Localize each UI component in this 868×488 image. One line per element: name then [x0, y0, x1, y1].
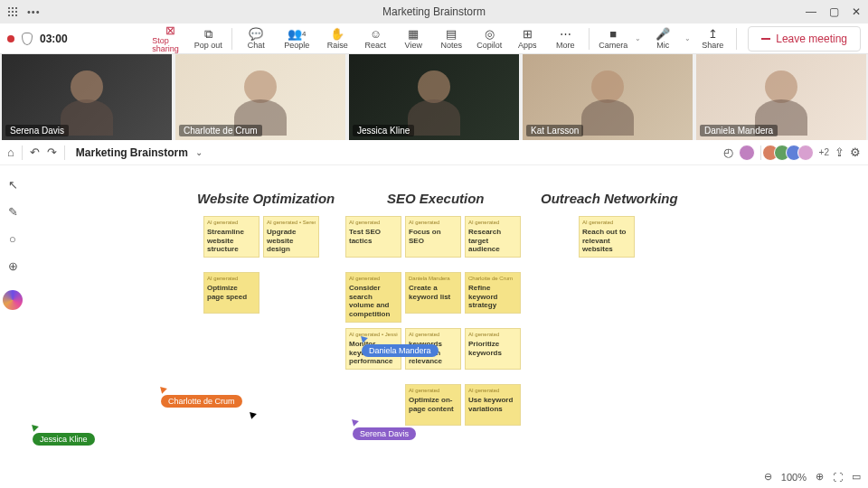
sticky-note[interactable]: Charlotte de CrumRefine keyword strategy [465, 272, 521, 314]
video-tile[interactable]: Serena Davis [2, 54, 172, 140]
collaborator-cursor: Daniela Mandera [362, 335, 439, 357]
video-tile[interactable]: Kat Larsson [523, 54, 693, 140]
sticky-note[interactable]: AI generatedOptimize page speed [203, 272, 259, 314]
maximize-icon[interactable]: ▢ [829, 5, 839, 18]
copilot-button[interactable]: ◎Copilot [471, 23, 507, 54]
avatar-overflow[interactable]: +2 [819, 147, 829, 157]
participant-name: Jessica Kline [353, 125, 414, 136]
sticky-note[interactable]: AI generatedTest SEO tactics [345, 216, 401, 258]
apps-button[interactable]: ⊞Apps [509, 23, 545, 54]
app-grid-icon[interactable] [7, 6, 18, 17]
title-chevron-icon[interactable]: ⌄ [195, 147, 203, 157]
participant-name: Kat Larsson [526, 125, 583, 136]
sticky-note[interactable]: AI generatedUse keyword variations [465, 384, 521, 426]
camera-button[interactable]: ■Camera [595, 23, 631, 54]
camera-chevron-icon[interactable]: ⌄ [633, 34, 643, 42]
react-button[interactable]: ☺React [357, 23, 393, 54]
view-button[interactable]: ▦View [395, 23, 431, 54]
minimize-icon[interactable]: — [806, 5, 816, 18]
home-icon[interactable]: ⌂ [7, 145, 14, 159]
whiteboard-title: Marketing Brainstorm [76, 146, 188, 159]
zoom-out-icon[interactable]: ⊖ [764, 471, 772, 483]
column-header: Outreach Networking [541, 191, 678, 206]
mic-chevron-icon[interactable]: ⌄ [683, 34, 693, 42]
meeting-timer: 03:00 [40, 33, 68, 45]
collaborator-cursor: Jessica Kline [33, 424, 95, 446]
sticky-note[interactable]: AI generatedFocus on SEO [405, 216, 461, 258]
sticky-note[interactable]: AI generatedStreamline website structure [203, 216, 259, 258]
participant-name: Serena Davis [5, 125, 69, 136]
chat-button[interactable]: 💬Chat [238, 23, 274, 54]
more-icon[interactable]: ••• [27, 6, 41, 17]
add-tool[interactable]: ⊕ [3, 256, 23, 276]
avatar[interactable] [797, 145, 814, 161]
collaborator-cursor: Charlotte de Crum [161, 386, 242, 408]
undo-icon[interactable]: ↶ [30, 145, 40, 159]
settings-icon[interactable]: ⚙ [850, 145, 861, 159]
sticky-note[interactable]: AI generated • Serena DavisUpgrade websi… [263, 216, 319, 258]
copilot-tool[interactable] [3, 290, 23, 310]
record-icon [7, 35, 14, 42]
share-button[interactable]: ↥Share [694, 23, 731, 54]
share-whiteboard-icon[interactable]: ⇪ [835, 145, 844, 159]
raise-hand-button[interactable]: ✋Raise [319, 23, 355, 54]
participant-name: Daniela Mandera [700, 125, 778, 136]
notes-button[interactable]: ▤Notes [433, 23, 469, 54]
video-tile[interactable]: Daniela Mandera [696, 54, 866, 140]
pen-tool[interactable]: ✎ [3, 202, 23, 221]
collaborator-cursor [250, 411, 257, 418]
column-header: Website Optimization [197, 191, 335, 206]
stop-sharing-button[interactable]: ⊠Stop sharing [152, 23, 188, 54]
pop-out-button[interactable]: ⧉Pop out [190, 23, 226, 54]
leave-meeting-button[interactable]: Leave meeting [748, 26, 861, 52]
redo-icon[interactable]: ↷ [47, 145, 57, 159]
close-icon[interactable]: ✕ [852, 5, 861, 18]
zoom-in-icon[interactable]: ⊕ [816, 471, 824, 483]
comment-tool[interactable]: ○ [3, 229, 23, 249]
zoom-level: 100% [781, 472, 807, 483]
video-tile[interactable]: Charlotte de Crum [175, 54, 345, 140]
participant-name: Charlotte de Crum [179, 125, 262, 136]
column-header: SEO Execution [387, 191, 485, 206]
sticky-note[interactable]: AI generatedResearch target audience [465, 216, 521, 258]
shield-icon[interactable] [22, 33, 33, 45]
sticky-note[interactable]: AI generatedReach out to relevant websit… [579, 216, 635, 258]
sticky-note[interactable]: AI generatedPrioritize keywords [465, 328, 521, 370]
fit-icon[interactable]: ⛶ [833, 472, 843, 483]
people-button[interactable]: 👥4People [276, 23, 317, 54]
timer-icon[interactable]: ◴ [723, 145, 733, 159]
window-title: Marketing Brainstorm [382, 5, 486, 18]
avatar[interactable] [739, 145, 755, 161]
pointer-tool[interactable]: ↖ [3, 174, 23, 194]
mic-button[interactable]: 🎤Mic [645, 23, 681, 54]
sticky-note[interactable]: AI generatedConsider search volume and c… [345, 272, 401, 323]
sticky-note[interactable]: Daniela ManderaCreate a keyword list [405, 272, 461, 314]
collaborator-cursor: Serena Davis [353, 418, 416, 440]
more-button[interactable]: ⋯More [547, 23, 583, 54]
video-tile[interactable]: Jessica Kline [349, 54, 519, 140]
fullscreen-icon[interactable]: ▭ [852, 471, 861, 483]
